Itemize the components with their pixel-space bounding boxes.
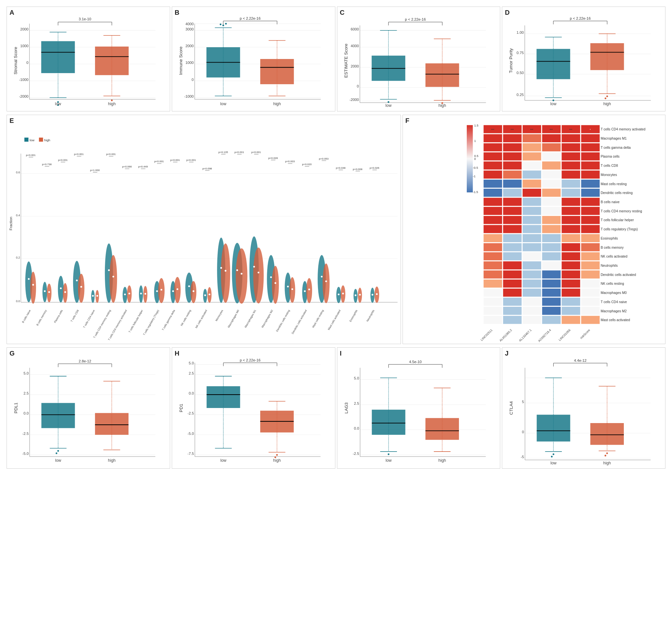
sig-star: *** [510, 128, 514, 132]
svg-text:Dendritic cells activated: Dendritic cells activated [291, 309, 308, 335]
row-label: NK cells resting [601, 282, 624, 285]
svg-point-277 [56, 452, 57, 454]
svg-text:0.0: 0.0 [16, 300, 20, 303]
svg-text:0.2: 0.2 [16, 256, 20, 259]
hcell [523, 143, 541, 151]
violin-m1: p<0.001 Macrophages M1 [244, 151, 264, 328]
svg-text:p<0.001: p<0.001 [106, 153, 116, 156]
svg-text:0.75: 0.75 [516, 51, 524, 55]
tick: 1000 [20, 44, 28, 48]
hcell [503, 134, 521, 142]
svg-point-149 [124, 294, 126, 295]
violin-tcd4n: p=1.000 T cells CD4 naive [83, 169, 100, 328]
tick: 2000 [20, 27, 28, 31]
row-label: T cells CD4 memory resting [601, 209, 642, 213]
hcell [562, 234, 580, 242]
hcell [581, 216, 600, 224]
violin-eos: p=0.008 Eosinophils [349, 168, 363, 323]
svg-text:4000: 4000 [350, 44, 359, 48]
xlabel-low-c: low [385, 103, 391, 108]
hcell [523, 316, 541, 324]
svg-point-199 [241, 273, 242, 275]
svg-rect-351 [537, 414, 570, 441]
tick: 1000 [185, 60, 193, 65]
hcell [581, 189, 600, 197]
hcell [523, 298, 541, 306]
svg-point-360 [606, 452, 608, 454]
svg-text:5.0: 5.0 [189, 361, 194, 365]
svg-point-157 [145, 293, 146, 295]
scale-label: 1 [474, 139, 476, 142]
hcell [542, 162, 560, 170]
svg-text:T cells CD8: T cells CD8 [70, 309, 80, 323]
panel-a: A Stromal Score -2000 -1000 0 1000 2000 [6, 6, 170, 111]
svg-point-122 [64, 291, 66, 293]
svg-point-141 [109, 255, 117, 303]
svg-point-121 [60, 287, 62, 289]
svg-point-205 [253, 266, 255, 268]
svg-point-220 [292, 288, 293, 290]
col-label: AL133467.1 [518, 328, 532, 342]
hcell [503, 180, 521, 188]
hcell [581, 253, 600, 260]
row-label: Eosinophils [601, 236, 618, 240]
svg-text:T cells follicular helper: T cells follicular helper [128, 309, 144, 333]
svg-rect-281 [95, 413, 129, 435]
hcell [581, 134, 600, 142]
row-label: NK cells activated [601, 255, 628, 258]
hcell [581, 289, 600, 297]
svg-point-156 [140, 292, 142, 294]
row-label: T cells gamma delta [601, 146, 631, 149]
svg-text:5.0: 5.0 [24, 371, 29, 375]
hcell [542, 261, 560, 270]
hcell [523, 270, 541, 278]
row-label: B cells memory [601, 246, 624, 249]
hcell [542, 316, 560, 324]
svg-text:p<0.001: p<0.001 [234, 151, 244, 154]
violin-dcr: p=0.003 Dendritic cells resting [275, 160, 295, 332]
panel-d-svg: Tumor Purity 0.25 0.50 0.75 1.00 [502, 7, 665, 111]
svg-point-127 [78, 274, 84, 303]
violin-tcd8: p<0.001 T cells CD8 [70, 153, 84, 323]
sig-star: *** [569, 128, 572, 132]
xlabel-high-g: high [108, 458, 116, 463]
row-label: T cells CD4 naive [601, 300, 627, 304]
svg-point-32 [225, 23, 227, 25]
tick: -2000 [19, 94, 28, 98]
hcell [503, 270, 521, 278]
hcell [562, 261, 580, 270]
hcell [503, 298, 521, 306]
svg-point-177 [188, 285, 190, 287]
col-label: riskScore [579, 328, 590, 340]
hcell [503, 225, 521, 233]
row-label: Neutrophils [601, 264, 618, 268]
svg-point-226 [304, 290, 306, 292]
svg-text:p<0.001: p<0.001 [58, 159, 68, 162]
hcell [523, 279, 541, 288]
panel-b-yaxis: Immune Score [178, 46, 183, 75]
violin-mcr: p=0.053 Mast cells resting [312, 157, 330, 328]
row-ghij: G PDL1 -5.0 -2.5 0.0 2.5 5.0 [6, 347, 666, 469]
hcell [542, 207, 560, 215]
hcell [503, 162, 521, 170]
svg-text:Monocytes: Monocytes [215, 309, 224, 322]
hcell [484, 180, 502, 188]
hcell [562, 152, 580, 161]
svg-text:Macrophages M2: Macrophages M2 [261, 309, 274, 328]
panel-e-svg: Fraction 0.0 0.2 0.4 0.6 low high [7, 115, 401, 344]
row-label: Mast cells activated [601, 318, 630, 322]
svg-point-136 [96, 295, 98, 297]
hcell [562, 243, 580, 251]
hcell [484, 270, 502, 278]
svg-point-192 [225, 270, 226, 272]
svg-point-206 [258, 272, 259, 273]
svg-rect-334 [425, 418, 459, 440]
hcell [503, 143, 521, 151]
svg-point-241 [342, 292, 344, 294]
svg-text:T cells gamma delta: T cells gamma delta [161, 309, 176, 331]
hcell [542, 298, 560, 306]
svg-text:p<0.001: p<0.001 [26, 154, 36, 156]
violin-tregs: p<0.001 T cells regulatory (Tregs) [143, 160, 164, 336]
hcell [562, 307, 580, 315]
panel-a-svg: Stromal Score -2000 -1000 0 1000 2000 [7, 7, 170, 111]
